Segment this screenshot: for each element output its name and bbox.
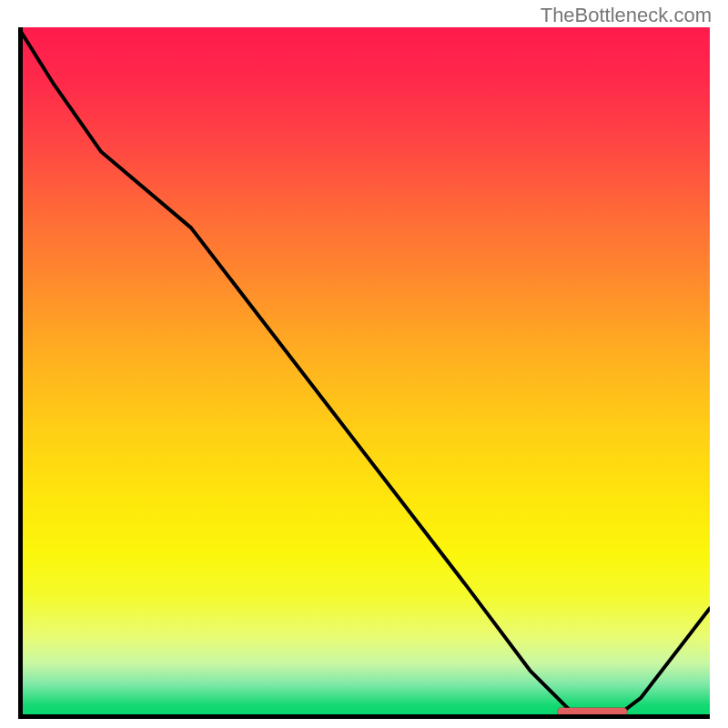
chart-floor-marker: [558, 708, 627, 715]
chart-plot-area: [18, 27, 710, 719]
attribution-text: TheBottleneck.com: [541, 4, 712, 27]
chart-line-path: [18, 27, 710, 719]
chart-line-svg: [18, 27, 710, 719]
